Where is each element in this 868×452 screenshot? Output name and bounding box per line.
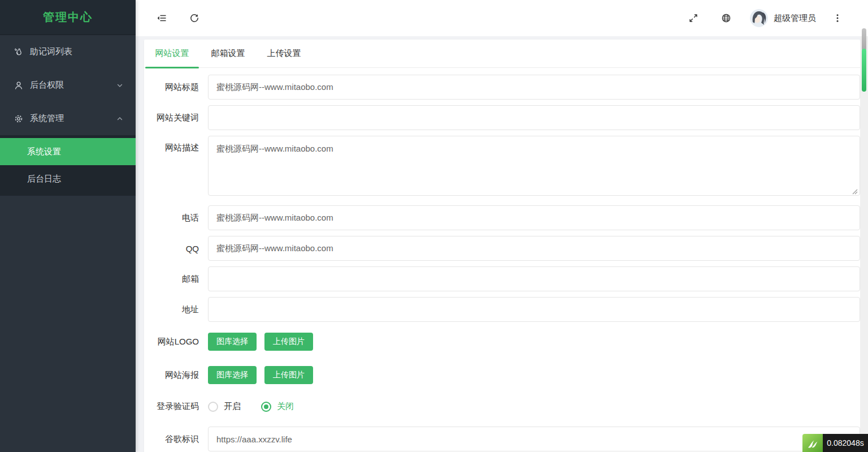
settings-tabs: 网站设置邮箱设置上传设置 xyxy=(144,40,860,68)
google-id-input[interactable] xyxy=(208,427,860,451)
form-row-login-captcha: 登录验证码开启关闭 xyxy=(144,401,860,412)
form-row-google-id: 谷歌标识 xyxy=(144,427,860,451)
user-icon xyxy=(14,80,24,91)
website-poster-button-upload[interactable]: 上传图片 xyxy=(264,366,313,384)
sidebar-item-system-management[interactable]: 系统管理 xyxy=(0,102,136,135)
tab-upload-settings[interactable]: 上传设置 xyxy=(256,40,312,67)
field-label: 网站描述 xyxy=(144,136,199,153)
tab-website-settings[interactable]: 网站设置 xyxy=(144,40,200,67)
qq-input[interactable] xyxy=(208,236,860,261)
field-control: 蜜桃源码网--www.mitaobo.com xyxy=(208,136,860,196)
field-control xyxy=(208,266,860,291)
tab-label: 邮箱设置 xyxy=(211,48,245,59)
topbar: 超级管理员 xyxy=(136,0,868,36)
sidebar: 管理中心 助记词列表后台权限系统管理系统设置后台日志 xyxy=(0,0,136,452)
more-menu-icon[interactable] xyxy=(826,7,849,29)
sidebar-subitem-label: 系统设置 xyxy=(27,147,61,157)
field-label: 网站海报 xyxy=(144,370,199,381)
radio-circle-icon xyxy=(261,402,271,412)
field-control xyxy=(208,205,860,230)
form-row-email: 邮箱 xyxy=(144,266,860,291)
scrollbar-thumb-green[interactable] xyxy=(862,49,866,92)
fullscreen-icon[interactable] xyxy=(682,7,705,29)
sidebar-item-label: 系统管理 xyxy=(30,113,116,124)
sidebar-item-label: 后台权限 xyxy=(30,80,116,91)
sidebar-item-mnemonic-list[interactable]: 助记词列表 xyxy=(0,35,136,68)
sidebar-menu: 助记词列表后台权限系统管理系统设置后台日志 xyxy=(0,35,136,196)
menu-fold-icon[interactable] xyxy=(150,7,173,29)
sidebar-header: 管理中心 xyxy=(0,0,136,35)
field-label: 电话 xyxy=(144,213,199,223)
username[interactable]: 超级管理员 xyxy=(774,13,816,24)
radio-circle-icon xyxy=(208,402,218,412)
website-title-input[interactable] xyxy=(208,75,860,100)
trace-badge: 0.082048s xyxy=(802,434,868,452)
radio-label: 开启 xyxy=(224,401,241,412)
form-row-qq: QQ xyxy=(144,236,860,261)
website-poster-button-gallery[interactable]: 图库选择 xyxy=(208,366,257,384)
field-label: 邮箱 xyxy=(144,274,199,285)
form-row-phone: 电话 xyxy=(144,205,860,230)
field-control xyxy=(208,427,860,451)
sidebar-item-admin-permission[interactable]: 后台权限 xyxy=(0,68,136,102)
field-control: 开启关闭 xyxy=(208,401,860,412)
thinkphp-flame-icon[interactable] xyxy=(802,434,823,452)
field-control xyxy=(208,236,860,261)
topbar-left-icons xyxy=(150,7,206,29)
globe-icon[interactable] xyxy=(715,7,737,29)
sidebar-subitem-system-settings[interactable]: 系统设置 xyxy=(0,138,136,165)
field-control xyxy=(208,297,860,322)
field-label: 网站标题 xyxy=(144,82,199,93)
avatar[interactable] xyxy=(750,9,768,27)
form-row-website-poster: 网站海报图库选择上传图片 xyxy=(144,366,860,384)
settings-card: 网站设置邮箱设置上传设置 网站标题网站关键词网站描述蜜桃源码网--www.mit… xyxy=(144,40,860,452)
chevron-up-icon xyxy=(116,115,123,122)
login-captcha-radio-1[interactable]: 关闭 xyxy=(261,401,294,412)
chevron-down-icon xyxy=(116,82,123,89)
website-logo-button-gallery[interactable]: 图库选择 xyxy=(208,333,257,351)
form-row-website-logo: 网站LOGO图库选择上传图片 xyxy=(144,333,860,351)
field-control xyxy=(208,105,860,130)
field-control xyxy=(208,75,860,100)
topbar-right: 超级管理员 xyxy=(672,7,849,29)
radio-label: 关闭 xyxy=(277,401,294,412)
website-logo-button-upload[interactable]: 上传图片 xyxy=(264,333,313,351)
login-captcha-radio-0[interactable]: 开启 xyxy=(208,401,241,412)
app-title: 管理中心 xyxy=(43,10,93,25)
flame-icon xyxy=(14,47,24,57)
form-row-website-description: 网站描述蜜桃源码网--www.mitaobo.com xyxy=(144,136,860,196)
field-label: 网站关键词 xyxy=(144,113,199,123)
tab-label: 上传设置 xyxy=(267,48,301,59)
settings-form: 网站标题网站关键词网站描述蜜桃源码网--www.mitaobo.com电话QQ邮… xyxy=(144,75,860,452)
tab-label: 网站设置 xyxy=(155,48,189,59)
email-input[interactable] xyxy=(208,266,860,291)
website-keywords-input[interactable] xyxy=(208,105,860,130)
sidebar-submenu: 系统设置后台日志 xyxy=(0,135,136,196)
form-row-website-title: 网站标题 xyxy=(144,75,860,100)
field-label: 登录验证码 xyxy=(144,401,199,412)
sidebar-subitem-label: 后台日志 xyxy=(27,174,61,184)
gear-icon xyxy=(14,114,24,124)
trace-time: 0.082048s xyxy=(823,434,868,452)
scrollbar-thumb-gray[interactable] xyxy=(862,28,866,51)
phone-input[interactable] xyxy=(208,205,860,230)
scrollbar-track[interactable] xyxy=(860,36,868,452)
sidebar-item-label: 助记词列表 xyxy=(30,46,123,57)
field-label: 地址 xyxy=(144,304,199,315)
field-control: 图库选择上传图片 xyxy=(208,333,860,351)
website-description-textarea[interactable]: 蜜桃源码网--www.mitaobo.com xyxy=(208,136,860,196)
refresh-icon[interactable] xyxy=(183,7,206,29)
field-label: 网站LOGO xyxy=(144,337,199,347)
field-label: 谷歌标识 xyxy=(144,434,199,445)
sidebar-subitem-admin-logs[interactable]: 后台日志 xyxy=(0,165,136,192)
form-row-address: 地址 xyxy=(144,297,860,322)
form-row-website-keywords: 网站关键词 xyxy=(144,105,860,130)
field-control: 图库选择上传图片 xyxy=(208,366,860,384)
field-label: QQ xyxy=(144,244,199,253)
tab-email-settings[interactable]: 邮箱设置 xyxy=(200,40,256,67)
address-input[interactable] xyxy=(208,297,860,322)
